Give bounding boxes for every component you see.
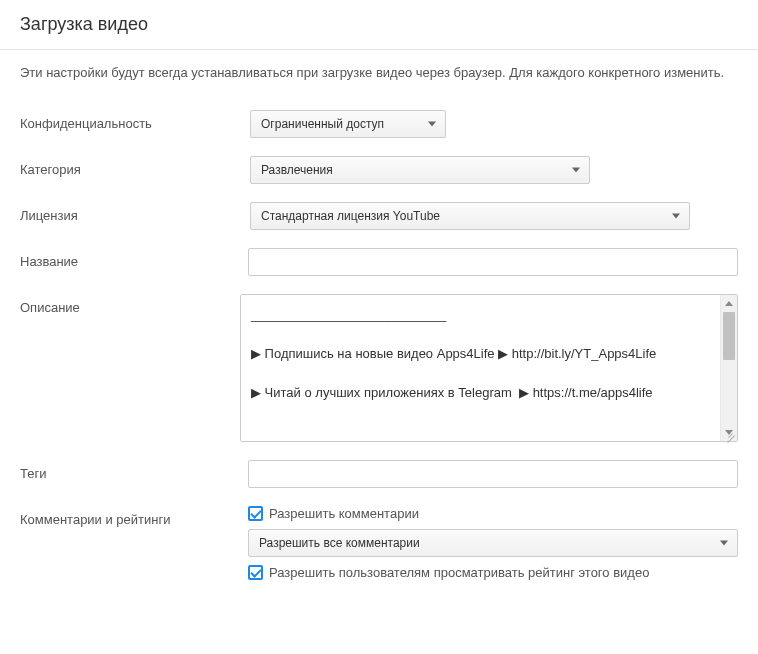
form-row-privacy: Конфиденциальность Ограниченный доступ	[20, 110, 738, 138]
privacy-label: Конфиденциальность	[20, 110, 250, 131]
license-select[interactable]: Стандартная лицензия YouTube	[250, 202, 690, 230]
allow-comments-label[interactable]: Разрешить комментарии	[269, 506, 419, 521]
content-area: Эти настройки будут всегда устанавливать…	[0, 50, 758, 620]
form-row-title: Название	[20, 248, 738, 276]
tags-label: Теги	[20, 460, 248, 481]
category-select-value: Развлечения	[261, 163, 333, 177]
form-row-description: Описание	[20, 294, 738, 442]
caret-down-icon	[720, 541, 728, 546]
allow-ratings-row: Разрешить пользователям просматривать ре…	[248, 565, 738, 580]
form-row-license: Лицензия Стандартная лицензия YouTube	[20, 202, 738, 230]
allow-comments-checkbox[interactable]	[248, 506, 263, 521]
caret-down-icon	[428, 122, 436, 127]
title-label: Название	[20, 248, 248, 269]
scrollbar[interactable]	[720, 295, 737, 441]
license-select-value: Стандартная лицензия YouTube	[261, 209, 440, 223]
allow-comments-row: Разрешить комментарии	[248, 506, 738, 521]
scroll-up-icon[interactable]	[721, 295, 737, 312]
intro-text: Эти настройки будут всегда устанавливать…	[20, 64, 738, 82]
license-label: Лицензия	[20, 202, 250, 223]
privacy-select[interactable]: Ограниченный доступ	[250, 110, 446, 138]
form-row-comments: Комментарии и рейтинги Разрешить коммент…	[20, 506, 738, 588]
form-row-tags: Теги	[20, 460, 738, 488]
allow-ratings-label[interactable]: Разрешить пользователям просматривать ре…	[269, 565, 649, 580]
form-row-category: Категория Развлечения	[20, 156, 738, 184]
allow-ratings-checkbox[interactable]	[248, 565, 263, 580]
tags-input[interactable]	[248, 460, 738, 488]
comments-policy-select[interactable]: Разрешить все комментарии	[248, 529, 738, 557]
description-textarea[interactable]	[241, 295, 720, 441]
page-title: Загрузка видео	[0, 0, 758, 49]
resize-handle-icon[interactable]	[723, 427, 735, 439]
comments-ratings-label: Комментарии и рейтинги	[20, 506, 248, 527]
caret-down-icon	[672, 214, 680, 219]
description-label: Описание	[20, 294, 240, 315]
caret-down-icon	[572, 168, 580, 173]
comments-policy-value: Разрешить все комментарии	[259, 536, 420, 550]
scroll-thumb[interactable]	[723, 312, 735, 360]
privacy-select-value: Ограниченный доступ	[261, 117, 384, 131]
title-input[interactable]	[248, 248, 738, 276]
category-label: Категория	[20, 156, 250, 177]
category-select[interactable]: Развлечения	[250, 156, 590, 184]
description-textarea-wrap	[240, 294, 738, 442]
